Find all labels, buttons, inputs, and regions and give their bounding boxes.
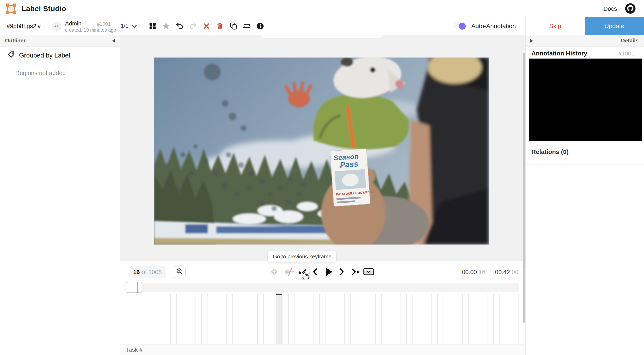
app-title: Label Studio: [22, 4, 66, 13]
seek-row: [120, 282, 525, 293]
tooltip: Go to previous keyframe: [268, 251, 336, 262]
group-by-label-selector[interactable]: Grouped by Label: [0, 46, 120, 64]
toggle-knob: [459, 23, 466, 29]
task-label: Task #: [126, 347, 143, 353]
relations-icon[interactable]: [242, 22, 251, 30]
details-panel: Details Annotation History #1001 Relatio…: [525, 35, 644, 355]
seek-track[interactable]: [126, 283, 519, 292]
frame-counter[interactable]: 16 of 1008: [128, 266, 166, 278]
scrolled-card-edge: [261, 35, 382, 38]
main-content: Season Pass RATATOUILLE BOWERS 16 of 100…: [120, 35, 525, 355]
auto-annotation-label: Auto-Annotation: [471, 17, 516, 35]
hand-cursor-icon: [302, 271, 311, 281]
timeline-ruler[interactable]: [120, 293, 525, 344]
auto-annotation-toggle[interactable]: [454, 22, 466, 30]
svg-text:Pass: Pass: [340, 159, 358, 169]
elapsed-time: 00:00:16: [457, 269, 490, 276]
divider: [144, 17, 144, 35]
zoom-in-button[interactable]: [174, 265, 186, 279]
play-button[interactable]: [324, 267, 334, 277]
tooltip-text: Go to previous keyframe: [273, 253, 331, 260]
details-header: Details: [526, 35, 644, 46]
vertical-scrollbar[interactable]: [523, 53, 525, 323]
annotation-created: created, 19 minutes ago: [65, 27, 116, 33]
current-frame: 16: [133, 269, 140, 276]
app-header: Label Studio Docs: [0, 0, 644, 17]
next-keyframe-button[interactable]: [350, 268, 360, 276]
update-button[interactable]: Update: [585, 17, 644, 35]
magnifier-plus-icon: [176, 268, 184, 276]
annotation-history-id: #1001: [618, 50, 634, 57]
info-icon[interactable]: [256, 22, 265, 30]
outliner-title: Outliner: [5, 37, 26, 44]
annotation-toolbar: [148, 17, 265, 35]
annotation-history-row: Annotation History #1001: [531, 50, 634, 57]
avatar: AD: [52, 21, 61, 31]
time-display: 00:00:16 00:42:00: [457, 266, 524, 279]
expand-panel-icon[interactable]: [530, 38, 533, 43]
toggle-interpolation-button[interactable]: [284, 268, 295, 276]
playhead[interactable]: [137, 282, 138, 293]
redo-icon[interactable]: [189, 22, 197, 30]
annotation-pagination: 1/1: [121, 23, 128, 29]
previous-frame-button[interactable]: [311, 268, 319, 276]
grid-view-icon[interactable]: [148, 22, 157, 30]
divider: [47, 17, 48, 35]
details-title: Details: [621, 37, 638, 44]
previous-keyframe-button[interactable]: [296, 266, 310, 280]
grouped-by-label: Grouped by Label: [19, 52, 70, 59]
total-frames: of 1008: [142, 269, 162, 276]
annotation-id: #1001: [97, 21, 111, 27]
undo-icon[interactable]: [175, 22, 184, 30]
task-toolbar: #9pb8Lgs2iv AD Admin created, 19 minutes…: [0, 17, 644, 35]
history-preview: [529, 58, 642, 141]
video-frame[interactable]: Season Pass RATATOUILLE BOWERS: [154, 57, 489, 245]
annotator-name: Admin: [65, 20, 82, 27]
divider: [526, 164, 644, 165]
task-id: #9pb8Lgs2iv: [0, 17, 47, 35]
relations-title: Relations (0): [531, 148, 569, 155]
season-pass-card: Season Pass RATATOUILLE BOWERS: [330, 148, 372, 206]
current-frame-column[interactable]: [276, 293, 282, 344]
regions-empty-text: Regions not added: [15, 70, 120, 76]
star-icon[interactable]: [162, 22, 170, 30]
next-frame-button[interactable]: [338, 268, 346, 276]
label-studio-logo-icon: [6, 3, 17, 14]
docs-link[interactable]: Docs: [604, 5, 617, 12]
seek-viewport[interactable]: [126, 282, 142, 293]
annotation-history-title: Annotation History: [531, 50, 587, 57]
outliner-header: Outliner: [0, 35, 120, 46]
duplicate-icon[interactable]: [229, 22, 238, 30]
skip-button[interactable]: Skip: [525, 17, 585, 35]
chevron-down-icon[interactable]: [131, 23, 138, 29]
video-stage: Season Pass RATATOUILLE BOWERS: [120, 35, 525, 261]
outliner-panel: Outliner Grouped by Label Regions not ad…: [0, 35, 120, 355]
playback-controls: 16 of 1008: [120, 261, 525, 282]
delete-icon[interactable]: [216, 22, 224, 30]
collapse-panel-icon[interactable]: [112, 38, 115, 43]
timeline-footer: Task #: [120, 344, 525, 355]
tag-icon: [8, 51, 15, 60]
add-keyframe-button[interactable]: [270, 267, 279, 277]
toggle-timeline-button[interactable]: [363, 267, 374, 276]
reject-icon[interactable]: [202, 22, 211, 30]
github-icon[interactable]: [625, 3, 636, 14]
total-time: 00:42:00: [490, 269, 523, 276]
